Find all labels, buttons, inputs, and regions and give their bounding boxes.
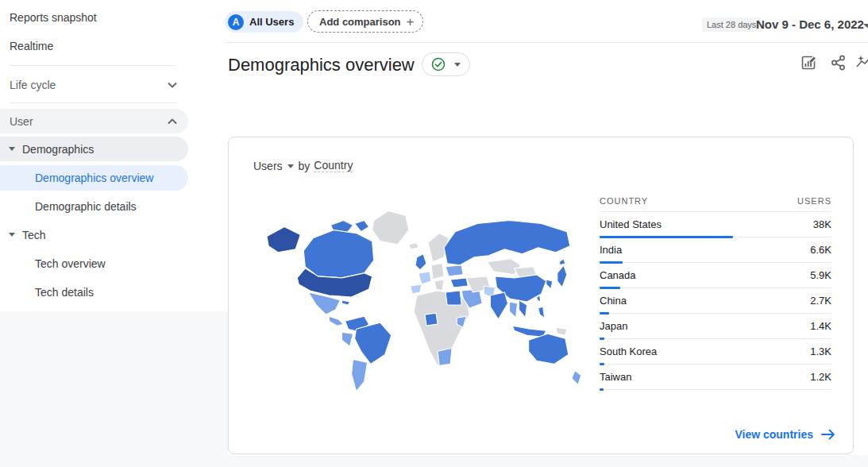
metric-dropdown[interactable]: Users — [253, 160, 299, 172]
sidebar-item-reports-snapshot[interactable]: Reports snapshot — [10, 11, 97, 24]
country-table-header: COUNTRY USERS — [600, 190, 831, 212]
sidebar-item-label: Demographics — [22, 143, 94, 156]
table-row[interactable]: Japan1.4K — [600, 314, 831, 339]
share-icon[interactable] — [830, 54, 847, 71]
date-range-picker[interactable]: Nov 9 - Dec 6, 2022 — [756, 17, 864, 31]
card-header: Users by Country — [253, 159, 353, 172]
users-value: 1.2K — [810, 371, 831, 383]
date-range-preset-badge: Last 28 days — [702, 17, 761, 32]
sidebar-item-label: Tech — [22, 229, 46, 241]
sidebar-item-realtime[interactable]: Realtime — [10, 40, 53, 52]
sidebar-item-demographic-details[interactable]: Demographic details — [0, 194, 188, 219]
add-comparison-button[interactable]: Add comparison + — [307, 10, 423, 33]
sidebar-item-demographics-overview[interactable]: Demographics overview — [0, 165, 188, 191]
page-background — [214, 455, 868, 467]
view-countries-label: View countries — [735, 428, 813, 441]
sidebar-item-label: Tech details — [35, 286, 94, 299]
sidebar-item-tech[interactable]: Tech — [0, 222, 188, 247]
table-row[interactable]: India6.6K — [600, 237, 831, 263]
sidebar-item-tech-overview[interactable]: Tech overview — [0, 251, 188, 276]
page-background — [0, 311, 228, 467]
users-bar — [600, 388, 604, 391]
check-circle-icon — [431, 57, 446, 71]
divider — [10, 102, 176, 103]
users-value: 5.9K — [810, 269, 831, 281]
sidebar-item-label: User — [10, 115, 33, 128]
date-range-caret-icon[interactable] — [863, 24, 868, 28]
by-label: by — [299, 160, 311, 172]
column-header-country: COUNTRY — [600, 196, 648, 206]
customize-report-icon[interactable] — [800, 54, 818, 71]
users-value: 1.3K — [810, 345, 831, 357]
page-title: Demographics overview — [228, 55, 415, 75]
country-name: South Korea — [600, 345, 657, 357]
users-value: 38K — [813, 218, 831, 230]
add-comparison-label: Add comparison — [319, 16, 401, 28]
report-status-dropdown[interactable] — [422, 52, 470, 76]
sidebar-item-label: Tech overview — [35, 257, 106, 270]
chevron-down-icon — [287, 164, 294, 168]
chevron-down-icon — [454, 63, 461, 67]
plus-icon: + — [407, 15, 415, 29]
segment-avatar: A — [228, 14, 244, 30]
divider — [225, 42, 868, 43]
metric-label: Users — [253, 160, 283, 172]
expand-triangle-icon — [9, 147, 15, 151]
insights-icon[interactable] — [856, 54, 868, 71]
column-header-users: USERS — [797, 196, 831, 206]
table-row[interactable]: United States38K — [600, 212, 831, 237]
sidebar-item-label: Demographic details — [35, 200, 137, 213]
country-table-rows: United States38KIndia6.6KCanada5.9KChina… — [600, 212, 831, 390]
arrow-right-icon — [821, 429, 835, 440]
reports-sidebar: Reports snapshot Realtime Life cycle Use… — [0, 0, 206, 311]
country-name: India — [600, 244, 622, 256]
table-row[interactable]: Taiwan1.2K — [600, 365, 831, 390]
users-value: 2.7K — [810, 295, 831, 307]
country-name: Taiwan — [600, 371, 631, 383]
country-name: Canada — [600, 269, 636, 281]
all-users-segment-chip[interactable]: A All Users — [225, 11, 303, 33]
sidebar-item-tech-details[interactable]: Tech details — [0, 280, 188, 305]
divider — [10, 65, 176, 66]
country-table: COUNTRY USERS United States38KIndia6.6KC… — [600, 190, 831, 390]
users-value: 6.6K — [810, 244, 831, 256]
table-row[interactable]: China2.7K — [600, 288, 831, 314]
segment-label: All Users — [249, 16, 294, 28]
expand-triangle-icon — [9, 233, 15, 237]
sidebar-item-label: Life cycle — [10, 79, 56, 91]
sidebar-item-demographics[interactable]: Demographics — [0, 137, 188, 161]
country-name: China — [600, 295, 627, 307]
chevron-up-icon — [168, 118, 177, 125]
users-value: 1.4K — [810, 320, 831, 332]
table-row[interactable]: South Korea1.3K — [600, 339, 831, 365]
world-map[interactable] — [260, 201, 596, 393]
sidebar-item-label: Demographics overview — [35, 172, 153, 184]
country-name: United States — [600, 218, 662, 230]
sidebar-item-life-cycle[interactable]: Life cycle — [0, 72, 188, 97]
country-name: Japan — [600, 320, 627, 332]
sidebar-item-user[interactable]: User — [0, 109, 188, 133]
users-by-country-card: Users by Country — [228, 137, 854, 454]
view-countries-link[interactable]: View countries — [735, 428, 835, 441]
chevron-down-icon — [168, 82, 177, 88]
table-row[interactable]: Canada5.9K — [600, 263, 831, 288]
dimension-selector[interactable]: Country — [314, 159, 353, 172]
